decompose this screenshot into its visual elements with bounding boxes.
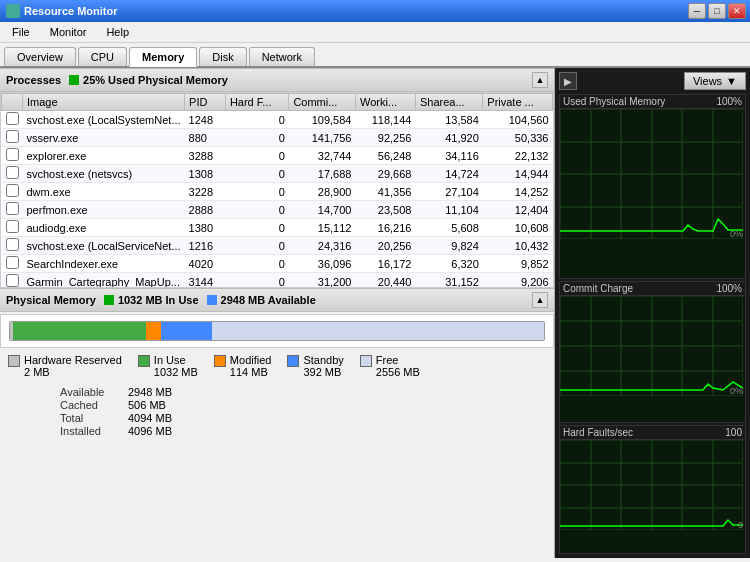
memory-inuse-badge: 1032 MB In Use (104, 294, 199, 306)
chart-panel-2: Hard Faults/sec 100 0 (559, 425, 746, 554)
table-row[interactable]: vsserv.exe8800141,75692,25641,92050,336 (2, 129, 553, 147)
legend-color (138, 355, 150, 367)
memory-available-badge: 2948 MB Available (207, 294, 316, 306)
chart-pct-top-0: 100% (716, 96, 742, 107)
close-button[interactable]: ✕ (728, 3, 746, 19)
chart-title-0: Used Physical Memory (563, 96, 665, 107)
title-bar-controls: ─ □ ✕ (688, 3, 746, 19)
tab-memory[interactable]: Memory (129, 47, 197, 67)
row-checkbox[interactable] (6, 202, 19, 215)
memory-collapse-btn[interactable]: ▲ (532, 292, 548, 308)
processes-header: Processes 25% Used Physical Memory ▲ (0, 68, 554, 92)
legend-color (360, 355, 372, 367)
stat-label: Cached (60, 399, 120, 411)
tab-overview[interactable]: Overview (4, 47, 76, 66)
table-row[interactable]: perfmon.exe2888014,70023,50811,10412,404 (2, 201, 553, 219)
legend-color (8, 355, 20, 367)
tab-network[interactable]: Network (249, 47, 315, 66)
memory-inuse-text: 1032 MB In Use (118, 294, 199, 306)
processes-header-left: Processes 25% Used Physical Memory (6, 74, 228, 86)
processes-badge: 25% Used Physical Memory (69, 74, 228, 86)
legend-label: In Use (154, 354, 198, 366)
stat-value: 506 MB (128, 399, 188, 411)
stat-row: Cached 506 MB (60, 399, 188, 411)
chart-label-0: Used Physical Memory 100% (560, 95, 745, 109)
stat-label: Total (60, 412, 120, 424)
col-header-check[interactable] (2, 94, 23, 111)
stat-row: Installed 4096 MB (60, 425, 188, 437)
row-checkbox[interactable] (6, 184, 19, 197)
memory-section: Physical Memory 1032 MB In Use 2948 MB A… (0, 288, 554, 558)
row-checkbox[interactable] (6, 112, 19, 125)
col-header-commit[interactable]: Commi... (289, 94, 356, 111)
minimize-button[interactable]: ─ (688, 3, 706, 19)
legend-text: Modified 114 MB (230, 354, 272, 378)
table-row[interactable]: dwm.exe3228028,90041,35627,10414,252 (2, 183, 553, 201)
legend-value: 2556 MB (376, 366, 420, 378)
legend-value: 2 MB (24, 366, 122, 378)
memory-header: Physical Memory 1032 MB In Use 2948 MB A… (0, 288, 554, 312)
stat-value: 4094 MB (128, 412, 188, 424)
stat-group: Available 2948 MB Cached 506 MB Total 40… (60, 386, 188, 437)
legend-text: In Use 1032 MB (154, 354, 198, 378)
chart-area-1: 0% (560, 296, 745, 396)
row-checkbox[interactable] (6, 148, 19, 161)
tab-cpu[interactable]: CPU (78, 47, 127, 66)
tab-disk[interactable]: Disk (199, 47, 246, 66)
processes-collapse-btn[interactable]: ▲ (532, 72, 548, 88)
menu-help[interactable]: Help (98, 24, 137, 40)
expand-button[interactable]: ▶ (559, 72, 577, 90)
chart-area-2: 0 (560, 440, 745, 530)
views-button[interactable]: Views ▼ (684, 72, 746, 90)
col-header-pid[interactable]: PID (185, 94, 226, 111)
menu-file[interactable]: File (4, 24, 38, 40)
stat-row: Total 4094 MB (60, 412, 188, 424)
legend-color (214, 355, 226, 367)
table-row[interactable]: audiodg.exe1380015,11216,2165,60810,608 (2, 219, 553, 237)
table-row[interactable]: svchost.exe (LocalSystemNet...12480109,5… (2, 111, 553, 129)
maximize-button[interactable]: □ (708, 3, 726, 19)
legend-value: 1032 MB (154, 366, 198, 378)
legend-label: Free (376, 354, 420, 366)
table-row[interactable]: explorer.exe3288032,74456,24834,11622,13… (2, 147, 553, 165)
row-checkbox[interactable] (6, 220, 19, 233)
legend-text: Free 2556 MB (376, 354, 420, 378)
legend-label: Standby (303, 354, 343, 366)
stat-value: 4096 MB (128, 425, 188, 437)
chart-pct-top-1: 100% (716, 283, 742, 294)
col-header-private[interactable]: Private ... (483, 94, 553, 111)
row-checkbox[interactable] (6, 130, 19, 143)
legend-value: 114 MB (230, 366, 272, 378)
row-checkbox[interactable] (6, 256, 19, 269)
col-header-working[interactable]: Worki... (355, 94, 415, 111)
chart-pct-bottom-1: 0% (730, 386, 743, 396)
app-title: Resource Monitor (24, 5, 118, 17)
stat-value: 2948 MB (128, 386, 188, 398)
chart-panel-1: Commit Charge 100% 0% (559, 281, 746, 424)
processes-section: Processes 25% Used Physical Memory ▲ Ima… (0, 68, 554, 288)
processes-table-container[interactable]: Image PID Hard F... Commi... Worki... Sh… (0, 92, 554, 288)
bar-free (212, 322, 544, 340)
legend-text: Hardware Reserved 2 MB (24, 354, 122, 378)
row-checkbox[interactable] (6, 274, 19, 287)
chart-title-1: Commit Charge (563, 283, 633, 294)
col-header-hardf[interactable]: Hard F... (225, 94, 289, 111)
row-checkbox[interactable] (6, 238, 19, 251)
dropdown-icon: ▼ (726, 75, 737, 87)
col-header-image[interactable]: Image (23, 94, 185, 111)
table-row[interactable]: svchost.exe (netsvcs)1308017,68829,66814… (2, 165, 553, 183)
table-row[interactable]: svchost.exe (LocalServiceNet...1216024,3… (2, 237, 553, 255)
legend-color (287, 355, 299, 367)
row-checkbox[interactable] (6, 166, 19, 179)
menu-monitor[interactable]: Monitor (42, 24, 95, 40)
stat-label: Available (60, 386, 120, 398)
title-bar-text: Resource Monitor (6, 4, 118, 18)
table-row[interactable]: SearchIndexer.exe4020036,09616,1726,3209… (2, 255, 553, 273)
memory-bar-area (0, 314, 554, 348)
chart-svg-1 (560, 296, 743, 396)
green-indicator (69, 75, 79, 85)
memory-green-indicator (104, 295, 114, 305)
col-header-shareable[interactable]: Sharea... (415, 94, 482, 111)
table-row[interactable]: Garmin_Cartegraphy_MapUp...3144031,20020… (2, 273, 553, 289)
chart-panel-0: Used Physical Memory 100% 0% (559, 94, 746, 279)
